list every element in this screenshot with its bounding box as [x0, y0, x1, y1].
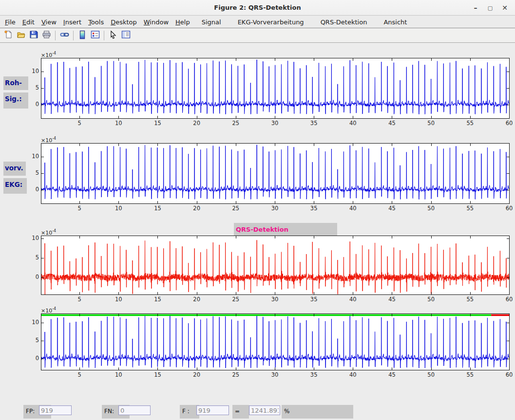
new-figure-button[interactable]: [2, 30, 14, 41]
x-tick-label: 40: [344, 205, 361, 212]
menu-item-window[interactable]: Window: [140, 17, 172, 27]
side-label-vorv: vorv.: [3, 162, 26, 176]
link-plot-button[interactable]: [58, 30, 70, 41]
insert-colorbar-button[interactable]: [76, 30, 88, 41]
x-tick-label: 30: [267, 120, 283, 127]
plot-canvas-vorverarbeitetes-ekg[interactable]: [41, 143, 510, 204]
insert-legend-button[interactable]: [89, 30, 101, 41]
maximize-button[interactable]: ▢: [483, 1, 497, 14]
x-tick-label: 60: [501, 296, 515, 303]
x-tick-label: 55: [462, 205, 478, 212]
x-tick-label: 40: [344, 371, 361, 378]
plot-title: QRS-Detektion: [234, 223, 337, 236]
x-tick-label: 20: [189, 371, 205, 378]
menu-item-signal[interactable]: Signal: [193, 17, 229, 27]
x-tick-label: 10: [110, 371, 127, 378]
y-tick-label: 10: [22, 235, 39, 241]
fn-input[interactable]: [118, 405, 151, 415]
new-document-icon: [4, 30, 13, 41]
property-editor-button[interactable]: [120, 30, 132, 41]
x-tick-label: 45: [383, 120, 400, 127]
toolbar: [0, 29, 515, 43]
y-tick-label: 0: [22, 274, 39, 280]
x-tick-label: 25: [228, 205, 244, 212]
property-editor-icon: [121, 30, 131, 41]
menu-item-view[interactable]: View: [38, 17, 60, 27]
x-tick-label: 20: [189, 296, 205, 303]
x-tick-label: 20: [189, 205, 205, 212]
side-label-roh: Roh-: [3, 76, 28, 90]
x-tick-label: 50: [423, 296, 439, 303]
x-tick-label: 40: [344, 296, 361, 303]
x-tick-label: 15: [149, 120, 166, 127]
menu-item-tools[interactable]: Tools: [85, 17, 107, 27]
x-tick-label: 55: [462, 371, 478, 378]
x-tick-label: 35: [305, 120, 322, 127]
x-tick-label: 35: [305, 371, 322, 378]
menu-item-ekg-vorverarbeitung[interactable]: EKG-Vorverarbeitung: [229, 17, 312, 27]
x-tick-label: 45: [383, 371, 400, 378]
x-tick-label: 15: [149, 371, 166, 378]
fp-input[interactable]: [39, 405, 72, 415]
x-tick-label: 5: [71, 371, 88, 378]
x-tick-label: 5: [71, 296, 88, 303]
x-tick-label: 60: [501, 371, 515, 378]
x-tick-label: 5: [71, 120, 88, 127]
print-figure-button[interactable]: [40, 30, 52, 41]
window-title: Figure 2: QRS-Detektion: [214, 4, 301, 11]
y-scale-label-qrs-detektion: ×10-4: [41, 229, 56, 236]
menu-item-help[interactable]: Help: [172, 17, 193, 27]
x-tick-label: 40: [344, 120, 361, 127]
legend-icon: [91, 30, 100, 41]
window-controls: – ▢ ✕: [468, 0, 512, 16]
save-figure-button[interactable]: [28, 30, 39, 41]
x-tick-label: 10: [110, 120, 127, 127]
x-tick-label: 60: [501, 120, 515, 127]
toolbar-separator: [104, 31, 104, 40]
plot-canvas-roh-signal[interactable]: [41, 58, 510, 119]
x-tick-label: 50: [423, 371, 439, 378]
x-tick-label: 55: [462, 120, 478, 127]
minimize-button[interactable]: –: [468, 1, 483, 14]
x-tick-label: 25: [228, 296, 244, 303]
save-icon: [29, 30, 38, 41]
f-input[interactable]: [196, 405, 229, 415]
percent-label: %: [282, 405, 353, 419]
pointer-icon: [109, 30, 117, 41]
link-icon: [60, 30, 69, 41]
equals-label: =: [232, 405, 249, 419]
edit-plot-button[interactable]: [107, 30, 119, 41]
x-tick-label: 50: [423, 120, 439, 127]
menu-item-edit[interactable]: Edit: [19, 17, 38, 27]
menu-item-ansicht[interactable]: Ansicht: [375, 17, 415, 27]
menu-bar: FileEditViewInsertToolsDesktopWindowHelp…: [0, 16, 515, 28]
open-file-button[interactable]: [15, 30, 27, 41]
toolbar-separator: [73, 31, 74, 40]
toolbar-separator: [55, 31, 56, 40]
x-tick-label: 35: [305, 296, 322, 303]
x-tick-label: 30: [267, 371, 283, 378]
title-bar: Figure 2: QRS-Detektion – ▢ ✕: [0, 0, 515, 16]
x-tick-label: 5: [71, 205, 88, 212]
x-tick-label: 35: [305, 205, 322, 212]
y-tick-label: 10: [22, 68, 39, 74]
ratio-input[interactable]: [249, 405, 280, 415]
side-label-ekg: EKG:: [3, 178, 27, 194]
plot-canvas-detektions-ergebnis[interactable]: [41, 313, 510, 370]
figure-window: Figure 2: QRS-Detektion – ▢ ✕ FileEditVi…: [0, 0, 515, 420]
menu-item-qrs-detektion[interactable]: QRS-Detektion: [312, 17, 376, 27]
menu-item-desktop[interactable]: Desktop: [107, 17, 140, 27]
x-tick-label: 15: [149, 205, 166, 212]
y-tick-label: 5: [22, 337, 39, 344]
menu-item-file[interactable]: File: [1, 17, 19, 27]
x-tick-label: 20: [189, 120, 205, 127]
close-button[interactable]: ✕: [497, 1, 512, 14]
x-tick-label: 50: [423, 205, 439, 212]
x-tick-label: 15: [149, 296, 166, 303]
y-tick-label: 10: [22, 153, 39, 160]
x-tick-label: 45: [383, 205, 400, 212]
x-tick-label: 45: [383, 296, 400, 303]
menu-item-insert[interactable]: Insert: [60, 17, 85, 27]
x-tick-label: 25: [228, 371, 244, 378]
plot-canvas-qrs-detektion[interactable]: [41, 236, 510, 295]
